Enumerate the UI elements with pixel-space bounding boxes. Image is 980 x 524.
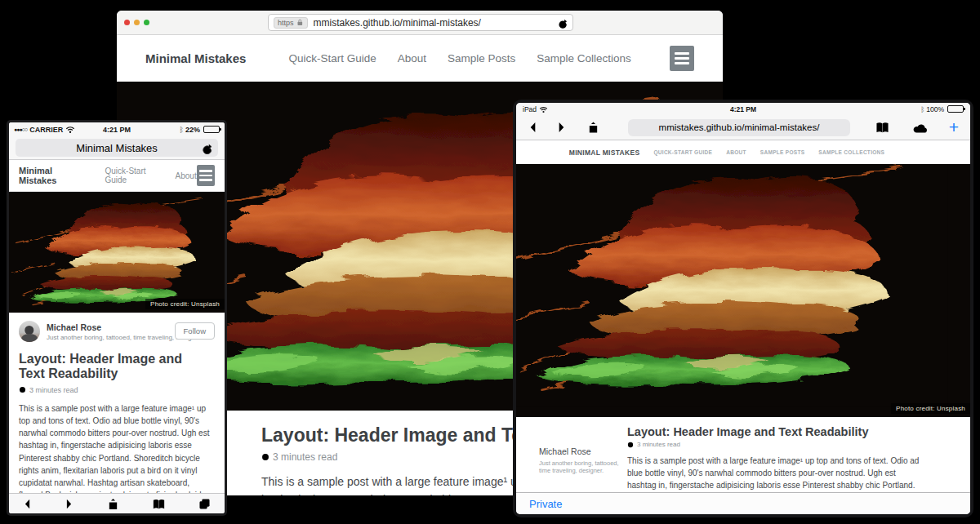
article-content: Michael Rose Just another boring, tattoo… (9, 313, 225, 493)
icloud-tabs-icon[interactable] (911, 120, 929, 135)
nav-link-about[interactable]: About (176, 171, 197, 180)
ipad-site-navbar: MINIMAL MISTAKES QUICK-START GUIDE ABOUT… (516, 140, 970, 164)
nav-link-quick-start[interactable]: QUICK-START GUIDE (653, 149, 712, 155)
author-name: Michael Rose (539, 446, 627, 456)
share-icon[interactable] (586, 119, 600, 135)
site-brand-link[interactable]: Minimal Mistakes (145, 51, 246, 65)
status-time: 4:21 PM (516, 105, 970, 113)
iphone-status-bar: ●●●○○ CARRIER 4:21 PM ᛒ 22% (9, 122, 225, 136)
fullscreen-icon[interactable] (704, 16, 716, 28)
menu-toggle-button[interactable] (197, 165, 215, 186)
iphone-site-navbar: Minimal Mistakes Quick-Start Guide About (9, 160, 225, 192)
battery-icon (947, 105, 964, 113)
leaf-photo (9, 192, 225, 313)
reading-time: 3 minutes read (637, 441, 680, 448)
menu-toggle-button[interactable] (670, 46, 694, 71)
photo-credit: Photo credit: Unsplash (145, 299, 225, 309)
clock-icon (261, 453, 270, 461)
header-image: Photo credit: Unsplash (9, 192, 225, 313)
reading-time: 3 minutes read (29, 386, 78, 394)
minimize-window-button[interactable] (134, 20, 140, 25)
site-navbar: Minimal Mistakes Quick-Start Guide About… (117, 35, 723, 82)
forward-icon[interactable] (64, 498, 74, 510)
ipad-address-text: mmistakes.github.io/minimal-mistakes/ (659, 122, 820, 132)
post-title: Layout: Header Image and Text Readabilit… (627, 425, 921, 438)
author-bio: Just another boring, tattooed, time trav… (539, 460, 627, 474)
composite-mockup: https mmistakes.github.io/minimal-mistak… (0, 0, 980, 524)
article-content: Michael Rose Just another boring, tattoo… (516, 417, 970, 492)
carrier-label: CARRIER (29, 126, 63, 134)
post-title: Layout: Header Image and Text Readabilit… (19, 352, 207, 382)
back-icon[interactable] (528, 121, 538, 134)
nav-link-about[interactable]: About (398, 52, 426, 64)
device-label: iPad (523, 105, 537, 113)
iphone-address-text: Minimal Mistakes (76, 142, 158, 154)
safari-toolbar: mmistakes.github.io/minimal-mistakes/ + (516, 115, 970, 140)
bluetooth-icon: ᛒ (920, 105, 924, 113)
battery-percent: 22% (185, 126, 200, 134)
clock-icon (627, 442, 634, 448)
follow-button[interactable]: Follow (175, 322, 215, 340)
back-icon[interactable] (22, 498, 33, 510)
close-window-button[interactable] (124, 20, 130, 25)
browser-chrome: https mmistakes.github.io/minimal-mistak… (117, 11, 723, 35)
ipad-screen: iPad 4:21 PM ᛒ 100% mmistakes.github.io/… (516, 103, 970, 514)
site-brand-link[interactable]: MINIMAL MISTAKES (569, 149, 640, 157)
author-avatar (19, 321, 40, 342)
article-column: Layout: Header Image and Text Readabilit… (627, 425, 970, 492)
tabs-icon[interactable] (198, 497, 212, 511)
nav-link-sample-posts[interactable]: Sample Posts (448, 52, 515, 64)
nav-link-quick-start[interactable]: Quick-Start Guide (105, 167, 161, 184)
iphone-address-bar[interactable]: Minimal Mistakes (16, 139, 218, 157)
wifi-icon (539, 105, 548, 113)
post-paragraph: This is a sample post with a large featu… (627, 455, 921, 492)
wifi-icon (65, 125, 75, 134)
new-tab-icon[interactable]: + (949, 120, 959, 135)
photo-credit: Photo credit: Unsplash (891, 403, 970, 414)
zoom-window-button[interactable] (144, 20, 149, 25)
https-label: https (278, 19, 294, 27)
clock-icon (19, 386, 26, 393)
forward-icon[interactable] (556, 121, 567, 134)
nav-link-sample-collections[interactable]: Sample Collections (537, 52, 631, 64)
refresh-icon[interactable] (556, 17, 568, 29)
private-button[interactable]: Private (529, 498, 562, 510)
nav-link-quick-start[interactable]: Quick-Start Guide (288, 52, 376, 64)
nav-link-sample-collections[interactable]: SAMPLE COLLECTIONS (818, 149, 884, 155)
address-bar[interactable]: https mmistakes.github.io/minimal-mistak… (268, 14, 573, 31)
iphone-screen: ●●●○○ CARRIER 4:21 PM ᛒ 22% Minimal Mist… (9, 122, 225, 513)
window-controls (124, 20, 149, 25)
lock-icon (296, 19, 304, 26)
ipad-address-bar[interactable]: mmistakes.github.io/minimal-mistakes/ (628, 119, 850, 136)
leaf-photo (516, 164, 970, 417)
share-icon[interactable] (106, 496, 120, 512)
bluetooth-icon: ᛒ (180, 126, 184, 134)
ipad-status-bar: iPad 4:21 PM ᛒ 100% (516, 103, 970, 115)
post-meta: 3 minutes read (19, 386, 215, 394)
author-block: Michael Rose Just another boring, tattoo… (539, 425, 627, 492)
private-browsing-bar: Private (516, 492, 970, 514)
header-image: Photo credit: Unsplash (516, 164, 970, 417)
refresh-icon[interactable] (200, 142, 212, 154)
nav-link-about[interactable]: ABOUT (726, 149, 746, 155)
ipad-device: iPad 4:21 PM ᛒ 100% mmistakes.github.io/… (513, 100, 973, 517)
post-paragraph: This is a sample post with a large featu… (19, 402, 215, 493)
safari-toolbar (9, 493, 225, 513)
post-meta: 3 minutes read (627, 441, 921, 448)
signal-strength-icon: ●●●○○ (14, 127, 27, 132)
reader-icon[interactable] (874, 120, 891, 135)
bookmarks-icon[interactable] (151, 497, 167, 511)
reading-time: 3 minutes read (273, 451, 337, 463)
battery-percent: 100% (926, 105, 944, 113)
site-brand-link[interactable]: Minimal Mistakes (19, 166, 82, 185)
battery-icon (203, 126, 220, 133)
url-text: mmistakes.github.io/minimal-mistakes/ (314, 17, 481, 29)
iphone-device: ●●●○○ CARRIER 4:21 PM ᛒ 22% Minimal Mist… (7, 120, 227, 516)
https-badge: https (274, 17, 308, 29)
nav-link-sample-posts[interactable]: SAMPLE POSTS (760, 149, 805, 155)
iphone-url-row: Minimal Mistakes (9, 136, 225, 160)
